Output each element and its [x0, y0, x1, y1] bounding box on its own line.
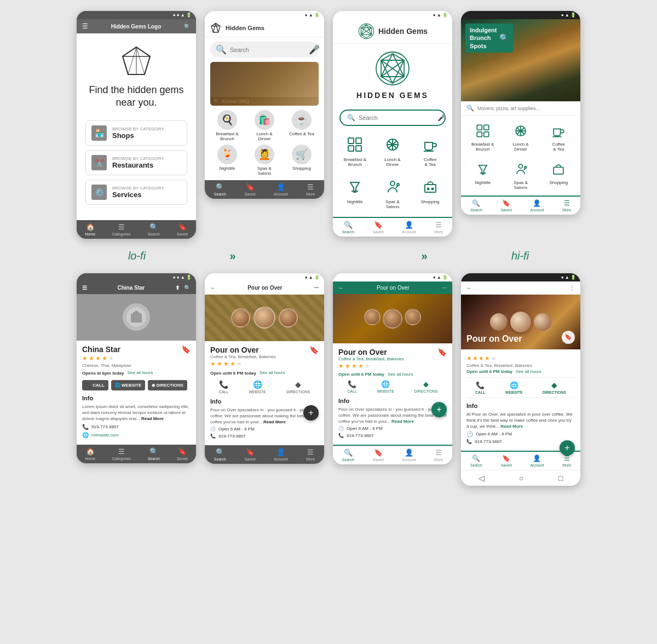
p2-tab-saved[interactable]: 🔖Saved	[245, 183, 256, 196]
see-all-8[interactable]: See all hours	[516, 369, 541, 374]
tab-cat-label: Categories	[112, 232, 131, 236]
p4-tab-account[interactable]: 👤Account	[530, 199, 544, 212]
search-input-2[interactable]	[230, 47, 306, 53]
back-icon-8[interactable]: ←	[466, 285, 472, 291]
search-input-3[interactable]	[359, 114, 434, 121]
p3-tab-search[interactable]: 🔍Search	[342, 221, 354, 234]
bookmark-icon-6[interactable]: 🔖	[309, 346, 319, 354]
p4-tab-more[interactable]: ☰More	[562, 199, 571, 212]
p4-coffee[interactable]: Coffee& Tea	[540, 118, 577, 155]
bookmark-icon-5[interactable]: 🔖	[181, 345, 191, 354]
search-icon-5[interactable]: 🔍	[184, 285, 191, 291]
p7-tab-search[interactable]: 🔍Search	[342, 449, 354, 462]
category-shops[interactable]: 🏪 BROWSE BY CATEGORY Shops	[85, 120, 187, 146]
p8-tab-account[interactable]: 👤Account	[530, 455, 544, 467]
p4-lunch[interactable]: Lunch &Dinner	[502, 118, 539, 155]
see-all-6[interactable]: See all hours	[260, 370, 285, 375]
website-btn-5[interactable]: 🌐 WEBSITE	[111, 380, 146, 390]
directions-btn-8[interactable]: ◆ DIRECTIONS	[543, 381, 566, 394]
cat3-shopping[interactable]: Shopping	[412, 173, 448, 212]
hamburger-icon[interactable]: ☰	[82, 22, 88, 30]
share-icon-5[interactable]: ⬆	[175, 285, 180, 291]
cat3-coffee[interactable]: Coffee& Tea	[412, 130, 448, 170]
back-icon-7[interactable]: ←	[338, 285, 344, 291]
tab-categories[interactable]: ☰Categories	[112, 223, 131, 236]
read-more-7[interactable]: Read More	[391, 419, 414, 424]
more-icon-7[interactable]: ···	[442, 285, 447, 291]
p6-tab-more[interactable]: ☰More	[306, 448, 315, 461]
bookmark-circle-8[interactable]: 🔖	[562, 331, 575, 344]
call-btn-7[interactable]: 📞 CALL	[347, 380, 357, 393]
p4-breakfast[interactable]: Breakfast &Brunch	[464, 118, 501, 155]
p4-shopping[interactable]: Shopping	[540, 156, 577, 193]
phone4-search[interactable]: 🔍	[461, 101, 580, 116]
cat-spas[interactable]: 💆 Spas &Salons	[247, 145, 281, 176]
tab-search[interactable]: 🔍Search	[148, 223, 160, 236]
tab-home[interactable]: 🏠Home	[85, 223, 95, 236]
home-android-8[interactable]: ○	[519, 474, 523, 482]
more-icon-6[interactable]: ···	[314, 285, 319, 291]
read-more-5[interactable]: Read More	[141, 416, 164, 421]
cat3-lunch[interactable]: Lunch &Dinner	[375, 130, 411, 170]
see-all-5[interactable]: See all hours	[127, 370, 153, 375]
directions-btn-6[interactable]: ◆ DIRECTIONS	[286, 380, 310, 394]
p6-tab-account[interactable]: 👤Account	[274, 448, 287, 461]
p6-tab-saved[interactable]: 🔖Saved	[245, 448, 256, 461]
p8-tab-search[interactable]: 🔍Search	[470, 455, 482, 467]
read-more-8[interactable]: Read More	[500, 424, 523, 429]
cat-coffee[interactable]: ☕ Coffee & Tea	[285, 110, 319, 141]
cat-shopping[interactable]: 🛒 Shopping	[285, 145, 319, 176]
cat3-breakfast[interactable]: Breakfast &Brunch	[337, 130, 373, 170]
website-btn-8[interactable]: 🌐 WEBSITE	[505, 381, 523, 394]
read-more-6[interactable]: Read More	[263, 419, 286, 424]
hamburger-5[interactable]: ☰	[82, 285, 87, 291]
recents-android-8[interactable]: □	[558, 474, 563, 482]
p8-tab-more[interactable]: ☰More	[562, 455, 571, 467]
p7-tab-account[interactable]: 👤Account	[402, 449, 416, 462]
website-5[interactable]: chinastar.com	[91, 433, 118, 438]
bookmark-icon-7[interactable]: 🔖	[437, 348, 447, 357]
call-btn-6[interactable]: 📞 CALL	[219, 380, 229, 394]
search-icon[interactable]: 🔍	[184, 24, 191, 30]
p5-tab-categories[interactable]: ☰Categories	[112, 447, 131, 461]
back-android-8[interactable]: ◁	[479, 474, 485, 482]
p4-nightlife[interactable]: Nightlife	[464, 156, 501, 193]
p6-tab-search[interactable]: 🔍Search	[214, 448, 226, 461]
p2-tab-account[interactable]: 👤Account	[274, 183, 287, 196]
p3-tab-account[interactable]: 👤Account	[402, 221, 416, 234]
p5-tab-home[interactable]: 🏠Home	[85, 447, 95, 461]
p5-tab-search[interactable]: 🔍Search	[148, 447, 160, 461]
directions-btn-7[interactable]: ◆ DIRECTIONS	[414, 380, 438, 393]
cat-lunch[interactable]: 🛍️ Lunch &Dinner	[247, 110, 281, 141]
cat3-spas[interactable]: Spas &Salons	[375, 173, 411, 212]
category-services[interactable]: ⚙️ BROWSE BY CATEGORY Services	[85, 180, 187, 205]
p3-tab-saved[interactable]: 🔖Saved	[373, 221, 384, 234]
p3-tab-more[interactable]: ☰More	[434, 221, 443, 234]
p2-tab-search[interactable]: 🔍Search	[214, 183, 226, 196]
call-btn-5[interactable]: 📞 CALL	[82, 380, 108, 390]
cat-nightlife[interactable]: 🍹 Nightlife	[210, 145, 244, 176]
category-restaurants[interactable]: ✂️ BROWSE BY CATEGORY Restaurants	[85, 150, 187, 175]
search-input-4[interactable]	[477, 106, 575, 111]
tab-saved[interactable]: 🔖Saved	[177, 223, 188, 236]
cat-breakfast[interactable]: 🍳 Breakfast &Brunch	[210, 110, 244, 141]
search-bar-3[interactable]: 🔍 🎤	[339, 110, 446, 126]
more-icon-8[interactable]: ⋮	[569, 285, 575, 291]
website-btn-7[interactable]: 🌐 WEBSITE	[377, 380, 394, 393]
call-btn-8[interactable]: 📞 CALL	[475, 381, 486, 394]
p4-spas[interactable]: Spas &Salons	[502, 156, 539, 193]
directions-btn-5[interactable]: ◆ DIRECTIONS	[148, 380, 187, 390]
p2-tab-more[interactable]: ☰More	[306, 183, 315, 196]
p7-tab-saved[interactable]: 🔖Saved	[373, 449, 384, 462]
p7-tab-more[interactable]: ☰More	[434, 449, 443, 462]
search-bar-2[interactable]: 🔍 🎤	[210, 42, 319, 58]
back-icon-6[interactable]: ←	[210, 285, 216, 291]
cat3-nightlife[interactable]: Nightlife	[337, 173, 373, 212]
p4-saved-label: Saved	[501, 208, 512, 212]
see-all-7[interactable]: See all hours	[388, 372, 413, 377]
website-btn-6[interactable]: 🌐 WEBSITE	[249, 380, 266, 394]
p5-tab-saved[interactable]: 🔖Saved	[177, 447, 188, 461]
p4-tab-saved[interactable]: 🔖Saved	[501, 199, 512, 212]
p8-tab-saved[interactable]: 🔖Saved	[501, 455, 512, 467]
p4-tab-search[interactable]: 🔍Search	[470, 199, 482, 212]
